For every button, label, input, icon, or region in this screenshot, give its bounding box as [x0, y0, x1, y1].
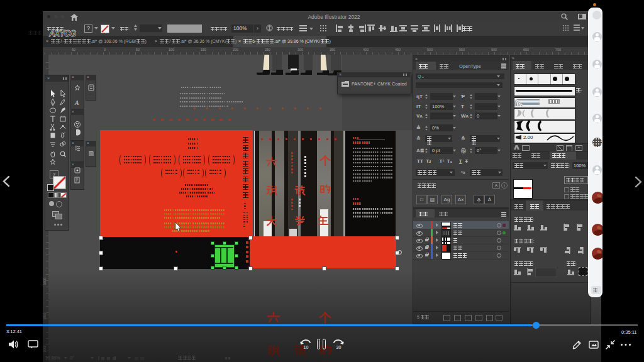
- svg-text:A: A: [74, 99, 79, 106]
